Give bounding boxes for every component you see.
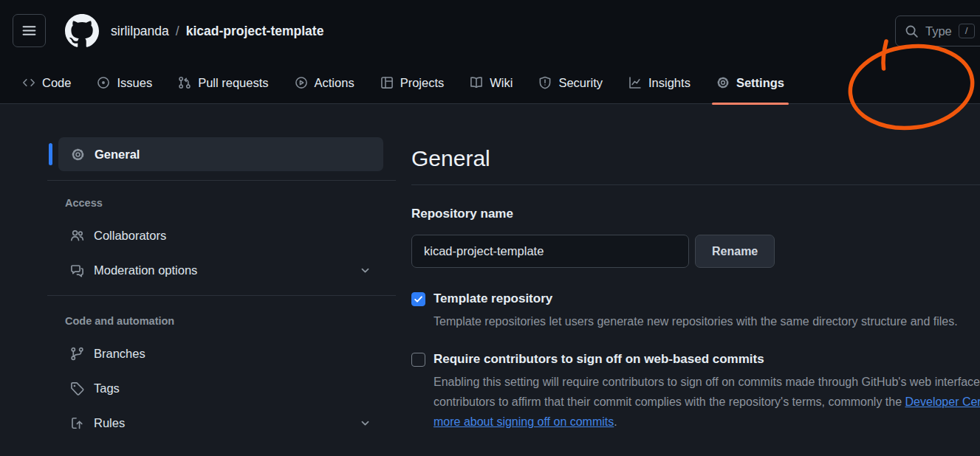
rename-button[interactable]: Rename xyxy=(695,235,775,268)
signoff-label: Require contributors to sign off on web-… xyxy=(434,351,980,367)
git-branch-icon xyxy=(70,347,84,361)
github-mark-icon xyxy=(65,14,99,48)
breadcrumb-separator: / xyxy=(169,24,186,39)
shield-icon xyxy=(538,76,552,89)
header: sirlilpanda / kicad-project-template Typ… xyxy=(0,0,980,62)
play-circle-icon xyxy=(295,76,308,89)
active-item-indicator xyxy=(49,143,52,165)
sidebar-item-tags[interactable]: Tags xyxy=(47,371,396,406)
hamburger-menu-button[interactable] xyxy=(13,14,46,47)
signoff-description-line3: more about signing off on commits. xyxy=(434,412,980,432)
tab-code[interactable]: Code xyxy=(22,62,71,104)
sidebar-item-moderation-options[interactable]: Moderation options xyxy=(47,253,396,288)
signoff-checkbox[interactable] xyxy=(411,353,425,367)
search-box[interactable]: Type / xyxy=(895,15,980,46)
issue-opened-icon xyxy=(97,76,110,89)
search-icon xyxy=(905,24,919,38)
code-icon xyxy=(22,76,35,89)
sidebar-item-branches[interactable]: Branches xyxy=(47,336,396,371)
template-repository-checkbox[interactable] xyxy=(411,292,425,306)
signoff-description-line1: Enabling this setting will require contr… xyxy=(434,372,980,392)
tab-issues[interactable]: Issues xyxy=(97,62,152,104)
tab-actions[interactable]: Actions xyxy=(295,62,354,104)
settings-sidebar: General Access Collaborators Moderation … xyxy=(47,137,396,441)
page-title: General xyxy=(411,143,980,174)
breadcrumb-repo[interactable]: kicad-project-template xyxy=(186,24,324,39)
slash-key-hint: / xyxy=(959,24,975,38)
breadcrumb-owner[interactable]: sirlilpanda xyxy=(111,24,169,39)
sidebar-item-general[interactable]: General xyxy=(58,137,383,171)
book-icon xyxy=(470,76,483,89)
tab-insights[interactable]: Insights xyxy=(628,62,691,104)
repo-nav: Code Issues Pull requests Actions Projec… xyxy=(0,62,980,104)
git-pull-request-icon xyxy=(178,76,191,89)
sidebar-section-code-and-automation: Code and automation xyxy=(65,315,396,327)
check-icon xyxy=(413,294,424,305)
github-logo[interactable] xyxy=(65,14,99,48)
comment-discussion-icon xyxy=(70,263,84,277)
rules-icon xyxy=(70,416,84,430)
dco-link[interactable]: Developer Certificate of Origin (DCO) xyxy=(905,395,980,408)
hamburger-icon xyxy=(21,23,37,38)
settings-main: General Repository name Rename Template … xyxy=(411,137,980,432)
people-icon xyxy=(70,229,84,243)
gear-icon xyxy=(71,148,85,162)
tab-security[interactable]: Security xyxy=(538,62,603,104)
sidebar-divider xyxy=(47,295,396,296)
content-divider xyxy=(411,184,980,185)
breadcrumb: sirlilpanda / kicad-project-template xyxy=(111,0,323,62)
tab-pull-requests[interactable]: Pull requests xyxy=(178,62,268,104)
search-placeholder: Type xyxy=(925,24,952,38)
graph-icon xyxy=(628,76,642,89)
sidebar-section-access: Access xyxy=(65,197,396,209)
signoff-learn-more-link[interactable]: more about signing off on commits xyxy=(434,415,614,428)
tab-projects[interactable]: Projects xyxy=(380,62,445,104)
table-icon xyxy=(380,76,394,89)
chevron-down-icon xyxy=(359,264,371,277)
template-repository-label: Template repository xyxy=(434,291,958,307)
tag-icon xyxy=(70,381,84,395)
tab-settings[interactable]: Settings xyxy=(716,62,784,104)
sidebar-divider xyxy=(47,180,396,181)
template-repository-description: Template repositories let users generate… xyxy=(434,311,958,331)
sidebar-item-collaborators[interactable]: Collaborators xyxy=(47,218,396,253)
repository-name-label: Repository name xyxy=(411,206,980,222)
tab-wiki[interactable]: Wiki xyxy=(470,62,513,104)
chevron-down-icon xyxy=(359,417,371,429)
repository-name-input[interactable] xyxy=(411,235,689,268)
gear-icon xyxy=(716,76,730,89)
signoff-description-line2: contributors to affirm that their commit… xyxy=(434,392,980,412)
sidebar-item-rules[interactable]: Rules xyxy=(47,406,396,441)
